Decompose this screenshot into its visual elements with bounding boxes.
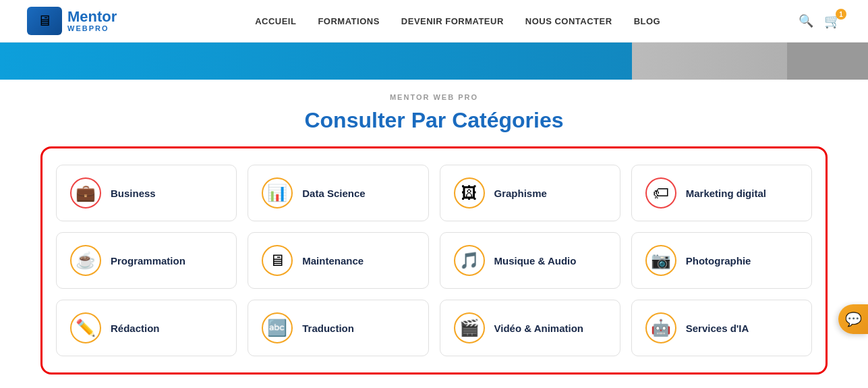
hero-right [632, 43, 868, 80]
redaction-icon: ✏️ [70, 312, 101, 343]
business-icon: 💼 [70, 177, 101, 209]
graphisme-icon: 🖼 [454, 177, 485, 209]
maintenance-label: Maintenance [302, 255, 364, 267]
video-animation-label: Vidéo & Animation [494, 323, 584, 334]
category-card-data-science[interactable]: 📊 Data Science [248, 165, 428, 221]
hero-left [0, 43, 632, 80]
data-science-icon: 📊 [262, 177, 293, 209]
video-animation-icon: 🎬 [454, 312, 485, 343]
photographie-label: Photographie [686, 255, 751, 267]
section-title: Consulter Par Catégories [27, 108, 841, 133]
services-ia-label: Services d'IA [686, 323, 749, 334]
nav-accueil[interactable]: ACCUEIL [255, 16, 296, 26]
traduction-label: Traduction [302, 323, 354, 334]
logo-mentor-text: Mentor [67, 9, 117, 24]
musique-audio-label: Musique & Audio [494, 255, 577, 267]
cart-button[interactable]: 🛒 1 [824, 13, 841, 29]
musique-audio-icon: 🎵 [454, 245, 485, 276]
category-card-traduction[interactable]: 🔤 Traduction [248, 300, 428, 356]
logo-text: Mentor WEBPRO [67, 9, 117, 32]
programmation-label: Programmation [111, 255, 185, 267]
main-nav: ACCUEIL FORMATIONS DEVENIR FORMATEUR NOU… [255, 16, 660, 26]
category-card-musique-audio[interactable]: 🎵 Musique & Audio [440, 232, 620, 289]
category-card-marketing-digital[interactable]: 🏷 Marketing digital [631, 165, 812, 221]
data-science-label: Data Science [302, 188, 365, 199]
logo-icon [27, 7, 62, 35]
redaction-label: Rédaction [111, 323, 160, 334]
categories-container: 💼 Business 📊 Data Science 🖼 Graphisme 🏷 … [40, 146, 828, 375]
maintenance-icon: 🖥 [262, 245, 293, 276]
category-card-maintenance[interactable]: 🖥 Maintenance [248, 232, 428, 289]
logo[interactable]: Mentor WEBPRO [27, 7, 117, 35]
graphisme-label: Graphisme [494, 188, 547, 199]
category-card-services-ia[interactable]: 🤖 Services d'IA [631, 300, 812, 356]
cart-badge: 1 [836, 9, 846, 20]
category-card-programmation[interactable]: ☕ Programmation [56, 232, 237, 289]
nav-formations[interactable]: FORMATIONS [318, 16, 379, 26]
header: Mentor WEBPRO ACCUEIL FORMATIONS DEVENIR… [0, 0, 868, 43]
section-label: MENTOR WEB PRO [27, 93, 841, 101]
nav-blog[interactable]: BLOG [634, 16, 661, 26]
hero-strip [0, 43, 868, 80]
business-label: Business [111, 188, 156, 199]
section-title-plain: Consulter Par [304, 108, 452, 132]
category-card-graphisme[interactable]: 🖼 Graphisme [440, 165, 620, 221]
nav-icons: 🔍 🛒 1 [799, 13, 841, 29]
photographie-icon: 📷 [645, 245, 676, 276]
categories-grid: 💼 Business 📊 Data Science 🖼 Graphisme 🏷 … [56, 165, 812, 356]
logo-webpro-text: WEBPRO [67, 24, 117, 32]
marketing-digital-label: Marketing digital [686, 188, 766, 199]
marketing-digital-icon: 🏷 [645, 177, 676, 209]
programmation-icon: ☕ [70, 245, 101, 276]
nav-devenir-formateur[interactable]: DEVENIR FORMATEUR [401, 16, 504, 26]
category-card-business[interactable]: 💼 Business [56, 165, 237, 221]
traduction-icon: 🔤 [262, 312, 293, 343]
chat-bubble[interactable]: 💬 [838, 304, 868, 334]
category-card-redaction[interactable]: ✏️ Rédaction [56, 300, 237, 356]
category-card-video-animation[interactable]: 🎬 Vidéo & Animation [440, 300, 620, 356]
search-icon[interactable]: 🔍 [799, 13, 813, 28]
section-title-colored: Catégories [452, 108, 563, 132]
category-card-photographie[interactable]: 📷 Photographie [631, 232, 812, 289]
nav-nous-contacter[interactable]: NOUS CONTACTER [525, 16, 612, 26]
services-ia-icon: 🤖 [645, 312, 676, 343]
categories-section: MENTOR WEB PRO Consulter Par Catégories … [0, 80, 868, 388]
